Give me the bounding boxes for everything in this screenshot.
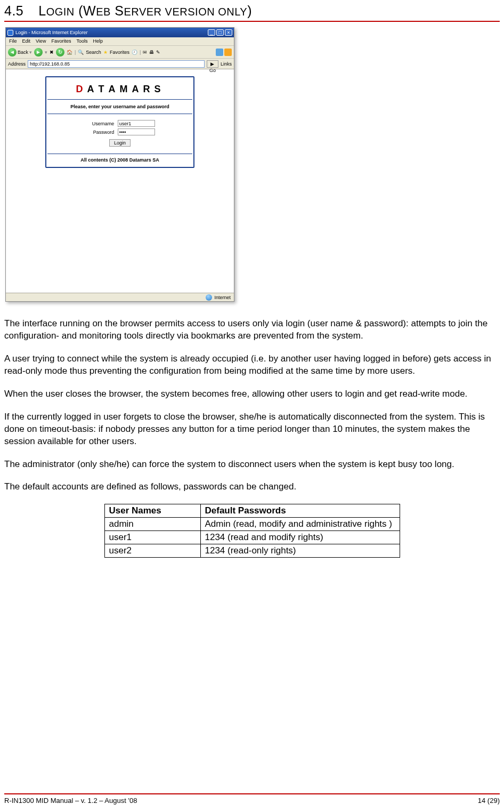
browser-addressbar: Address http://192.168.0.85 ▶ Go Links [6, 59, 234, 69]
password-input [118, 128, 155, 135]
table-header-row: User Names Default Passwords [104, 504, 400, 518]
paragraph-2: A user trying to connect while the syste… [4, 353, 500, 377]
table-row: user1 1234 (read and modify rights) [104, 531, 400, 544]
table-cell: admin [104, 518, 200, 531]
close-icon: × [225, 29, 232, 36]
table-header-usernames: User Names [104, 504, 200, 518]
toolbar-blue-icon [216, 49, 223, 56]
mail-icon: ✉ [143, 50, 147, 55]
section-title: LOGIN (WEB SERVER VERSION ONLY) [38, 3, 252, 18]
menu-file: File [9, 38, 17, 44]
home-icon: 🏠 [67, 50, 72, 55]
table-cell: user1 [104, 531, 200, 544]
ie-icon [7, 30, 13, 36]
favorites-label: Favorites [110, 50, 129, 55]
login-prompt: Please, enter your username and password [47, 100, 192, 114]
section-heading: 4.5LOGIN (WEB SERVER VERSION ONLY) [4, 0, 500, 22]
menu-tools: Tools [76, 38, 87, 44]
login-form: Username Password Login [47, 114, 192, 154]
address-label: Address [8, 61, 26, 67]
paragraph-3: When the user closes the browser, the sy… [4, 388, 500, 400]
paragraph-6: The default accounts are defined as foll… [4, 481, 500, 493]
stop-icon: ✖ [50, 50, 54, 55]
login-copyright: All contents (C) 2008 Datamars SA [47, 154, 192, 166]
minimize-icon: _ [208, 29, 215, 36]
browser-menu: File Edit View Favorites Tools Help [6, 37, 234, 46]
forward-icon: ► [34, 48, 43, 57]
back-icon: ◄ [8, 48, 17, 57]
username-input [118, 120, 155, 127]
logo: DATAMARS [47, 78, 192, 100]
table-row: user2 1234 (read-only rights) [104, 544, 400, 558]
window-title: Login - Microsoft Internet Explorer [15, 30, 88, 35]
table-header-passwords: Default Passwords [200, 504, 400, 518]
back-label: Back [18, 50, 28, 55]
body-text: The interface running on the browser per… [4, 318, 500, 493]
search-icon: 🔍 [78, 50, 84, 55]
menu-edit: Edit [22, 38, 31, 44]
footer-left: R-IN1300 MID Manual – v. 1.2 – August '0… [4, 797, 137, 805]
password-label: Password [85, 130, 114, 135]
table-cell: user2 [104, 544, 200, 558]
table-cell: Admin (read, modify and administrative r… [200, 518, 400, 531]
browser-titlebar: Login - Microsoft Internet Explorer _ □ … [6, 28, 234, 37]
browser-statusbar: Internet [6, 293, 234, 301]
login-button: Login [109, 139, 131, 147]
links-label: Links [221, 61, 232, 67]
browser-toolbar: ◄ Back ▾ ► ▾ ✖ ↻ 🏠 | 🔍 Search ★ Favorite… [6, 46, 234, 59]
page-footer: R-IN1300 MID Manual – v. 1.2 – August '0… [4, 793, 500, 805]
login-panel: DATAMARS Please, enter your username and… [45, 76, 194, 168]
paragraph-4: If the currently logged in user forgets … [4, 411, 500, 448]
menu-help: Help [93, 38, 103, 44]
paragraph-1: The interface running on the browser per… [4, 318, 500, 342]
paragraph-5: The administrator (only she/he) can forc… [4, 459, 500, 471]
search-label: Search [86, 50, 101, 55]
table-row: admin Admin (read, modify and administra… [104, 518, 400, 531]
refresh-icon: ↻ [56, 48, 64, 57]
menu-view: View [36, 38, 46, 44]
menu-favorites: Favorites [51, 38, 71, 44]
footer-right: 14 (29) [478, 797, 500, 805]
toolbar-orange-icon [224, 49, 232, 56]
section-number: 4.5 [4, 3, 23, 18]
accounts-table: User Names Default Passwords admin Admin… [104, 504, 400, 558]
edit-icon: ✎ [156, 50, 160, 55]
internet-zone-icon [206, 294, 212, 301]
go-button: ▶ Go [207, 60, 218, 68]
favorites-icon: ★ [103, 50, 108, 55]
browser-content: DATAMARS Please, enter your username and… [6, 69, 234, 293]
status-zone-label: Internet [214, 295, 231, 300]
username-label: Username [85, 121, 114, 126]
browser-screenshot: Login - Microsoft Internet Explorer _ □ … [5, 27, 234, 302]
maximize-icon: □ [216, 29, 224, 36]
print-icon: 🖶 [149, 50, 154, 55]
table-cell: 1234 (read-only rights) [200, 544, 400, 558]
address-input: http://192.168.0.85 [28, 60, 205, 68]
table-cell: 1234 (read and modify rights) [200, 531, 400, 544]
history-icon: 🕘 [132, 50, 137, 55]
